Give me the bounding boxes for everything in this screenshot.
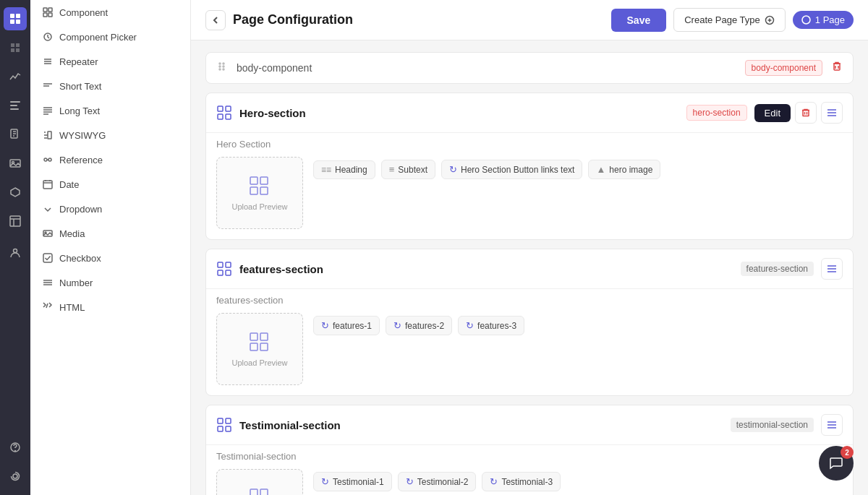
sidebar-label-date: Date xyxy=(59,179,79,190)
testimonial-1-icon: ↻ xyxy=(321,476,329,487)
testimonial-section-actions xyxy=(821,414,843,436)
sidebar-label-wysiwyg: WYSIWYG xyxy=(59,130,106,141)
testimonial-list-button[interactable] xyxy=(821,414,843,436)
nav-settings[interactable] xyxy=(4,465,27,488)
page-title: Page Configuration xyxy=(233,12,353,27)
body-component-input[interactable] xyxy=(237,62,736,74)
back-button[interactable] xyxy=(205,10,226,30)
nav-dashboard[interactable] xyxy=(4,36,27,59)
svg-rect-1 xyxy=(16,14,20,18)
svg-rect-81 xyxy=(218,418,223,423)
sidebar-item-number[interactable]: Number xyxy=(30,270,190,295)
svg-rect-4 xyxy=(10,101,20,103)
sidebar-item-long-text[interactable]: Long Text xyxy=(30,98,190,123)
hero-section-actions: Edit xyxy=(754,102,843,124)
nav-content[interactable] xyxy=(4,94,27,117)
nav-media[interactable] xyxy=(4,152,27,175)
svg-rect-17 xyxy=(43,8,47,12)
svg-rect-20 xyxy=(48,13,52,17)
features-upload-preview[interactable]: Upload Preview xyxy=(216,313,303,385)
nav-tables[interactable] xyxy=(4,210,27,233)
html-icon xyxy=(42,301,54,313)
nav-home[interactable] xyxy=(4,7,27,30)
svg-rect-71 xyxy=(226,262,231,267)
nav-analytics[interactable] xyxy=(4,65,27,88)
svg-point-50 xyxy=(223,63,224,64)
wysiwyg-icon xyxy=(42,129,54,141)
features-section-subtitle: features-section xyxy=(206,289,853,313)
sidebar-label-short-text: Short Text xyxy=(59,81,101,92)
svg-point-13 xyxy=(14,249,17,253)
svg-rect-69 xyxy=(260,187,268,194)
sidebar-item-component-picker[interactable]: Component Picker xyxy=(30,25,190,49)
features-section-title: features-section xyxy=(239,263,733,275)
page-count-badge[interactable]: 1 Page xyxy=(793,11,854,29)
repeater-icon xyxy=(42,56,54,67)
sidebar-item-repeater[interactable]: Repeater xyxy=(30,49,190,74)
svg-point-49 xyxy=(219,69,221,70)
svg-rect-67 xyxy=(260,177,268,184)
sidebar-label-number: Number xyxy=(59,277,93,288)
sidebar-item-media[interactable]: Media xyxy=(30,221,190,246)
sidebar-label-checkbox: Checkbox xyxy=(59,253,101,264)
testimonial-1-tag: ↻ Testimonial-1 xyxy=(313,472,392,491)
save-button[interactable]: Save xyxy=(611,9,667,32)
create-page-type-button[interactable]: Create Page Type xyxy=(673,8,786,32)
hero-edit-button[interactable]: Edit xyxy=(754,104,791,122)
features-section-card: features-section features-section featur… xyxy=(205,249,854,396)
features-2-tag: ↻ features-2 xyxy=(386,316,452,335)
nav-users[interactable] xyxy=(4,241,27,264)
sidebar-item-checkbox[interactable]: Checkbox xyxy=(30,246,190,270)
svg-rect-66 xyxy=(250,177,258,184)
main-area: Page Configuration Save Create Page Type… xyxy=(191,0,868,495)
nav-help[interactable] xyxy=(4,436,27,459)
svg-point-48 xyxy=(219,66,221,67)
chat-badge: 2 xyxy=(841,446,854,459)
svg-rect-5 xyxy=(10,105,17,106)
sidebar-item-date[interactable]: Date xyxy=(30,172,190,197)
features-section-icon xyxy=(216,261,232,277)
sidebar: Component Component Picker Repeater Shor… xyxy=(30,0,191,495)
nav-pages[interactable] xyxy=(4,123,27,146)
sidebar-item-component[interactable]: Component xyxy=(30,0,190,25)
hero-list-button[interactable] xyxy=(821,102,843,124)
sidebar-label-long-text: Long Text xyxy=(59,106,100,116)
sidebar-label-reference: Reference xyxy=(59,155,103,165)
refresh-icon-1: ↻ xyxy=(449,164,457,175)
svg-point-51 xyxy=(223,66,224,67)
testimonial-section-icon xyxy=(216,417,232,433)
svg-rect-0 xyxy=(10,14,14,18)
hero-upload-preview[interactable]: Upload Preview xyxy=(216,157,303,229)
hero-field-tags: ≡≡ Heading ≡ Subtext ↻ Hero Section Butt… xyxy=(313,157,660,179)
body-component-bar: body-component xyxy=(205,52,854,84)
hero-section-title: Hero-section xyxy=(239,107,679,119)
sidebar-item-dropdown[interactable]: Dropdown xyxy=(30,197,190,221)
hero-section-tag: hero-section xyxy=(686,105,747,121)
drag-icon xyxy=(216,61,228,75)
left-nav xyxy=(0,0,30,495)
content-area: body-component Hero-section hero-section… xyxy=(191,40,868,495)
hero-delete-button[interactable] xyxy=(795,102,817,124)
svg-rect-38 xyxy=(43,254,52,262)
chat-bubble[interactable]: 2 xyxy=(819,446,854,481)
sidebar-label-dropdown: Dropdown xyxy=(59,204,102,215)
features-list-button[interactable] xyxy=(821,258,843,280)
svg-rect-10 xyxy=(10,216,20,226)
sidebar-item-reference[interactable]: Reference xyxy=(30,147,190,172)
component-icon xyxy=(42,7,54,18)
nav-components[interactable] xyxy=(4,181,27,204)
svg-point-29 xyxy=(44,158,47,161)
checkbox-icon xyxy=(42,252,54,264)
features-section-header: features-section features-section xyxy=(206,249,853,289)
svg-line-42 xyxy=(46,304,48,308)
svg-rect-59 xyxy=(226,114,231,119)
header-left: Page Configuration xyxy=(205,10,353,30)
svg-rect-16 xyxy=(13,474,17,478)
testimonial-2-tag: ↻ Testimonial-2 xyxy=(398,472,477,491)
sidebar-item-wysiwyg[interactable]: WYSIWYG xyxy=(30,123,190,147)
sidebar-item-html[interactable]: HTML xyxy=(30,295,190,319)
testimonial-upload-preview[interactable]: Upload Preview xyxy=(216,469,303,495)
svg-rect-6 xyxy=(10,108,19,110)
delete-body-component-icon[interactable] xyxy=(831,61,843,75)
sidebar-item-short-text[interactable]: Short Text xyxy=(30,74,190,98)
